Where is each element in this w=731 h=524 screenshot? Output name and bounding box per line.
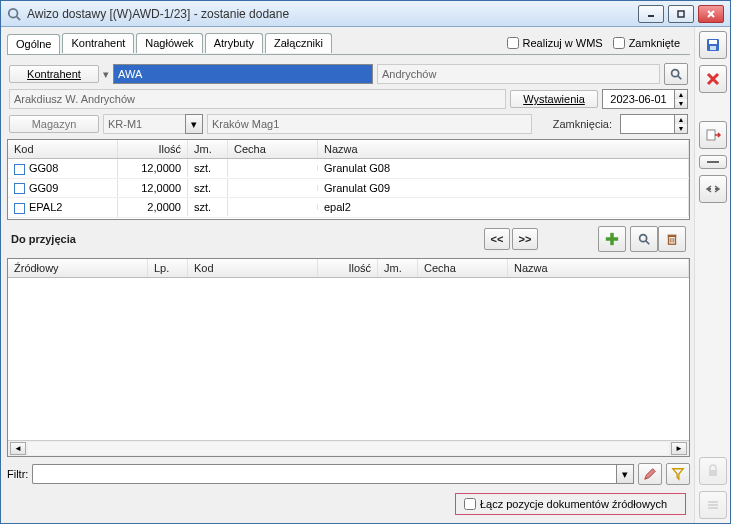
magazyn-label: Magazyn — [9, 115, 99, 133]
maximize-button[interactable] — [668, 5, 694, 23]
source-grid[interactable]: Źródłowy Lp. Kod Ilość Jm. Cecha Nazwa ◄… — [7, 258, 690, 457]
search-button[interactable] — [630, 226, 658, 252]
items-grid[interactable]: Kod Ilość Jm. Cecha Nazwa GG0812,0000szt… — [7, 139, 690, 220]
col-cecha[interactable]: Cecha — [228, 140, 318, 158]
delete-button[interactable] — [658, 226, 686, 252]
tab-naglowek[interactable]: Nagłówek — [136, 33, 202, 53]
wystawienia-button[interactable]: Wystawienia — [510, 90, 598, 108]
window-titlebar: Awizo dostawy [(W)AWD-1/23] - zostanie d… — [1, 1, 730, 27]
col-jm[interactable]: Jm. — [188, 140, 228, 158]
table-row[interactable]: GG0812,0000szt.Granulat G08 — [8, 159, 689, 179]
svg-rect-26 — [708, 504, 718, 506]
date-down[interactable]: ▼ — [675, 99, 687, 108]
kontrahent-code-input[interactable] — [113, 64, 373, 84]
merge-source-highlight: Łącz pozycje dokumentów źródłowych — [455, 493, 686, 515]
save-button[interactable] — [699, 31, 727, 59]
magazyn-name — [207, 114, 532, 134]
kontrahent-search-button[interactable] — [664, 63, 688, 85]
svg-rect-24 — [709, 470, 717, 476]
close-button[interactable] — [698, 5, 724, 23]
collapse-button[interactable] — [699, 155, 727, 169]
svg-rect-19 — [710, 46, 716, 50]
zamkniecia-up[interactable]: ▲ — [675, 115, 687, 124]
svg-point-10 — [640, 235, 647, 242]
add-button[interactable] — [598, 226, 626, 252]
svg-rect-22 — [707, 130, 715, 140]
col-cecha2[interactable]: Cecha — [418, 259, 508, 277]
svg-point-6 — [672, 70, 679, 77]
table-row[interactable]: EPAL22,0000szt.epal2 — [8, 198, 689, 218]
window-title: Awizo dostawy [(W)AWD-1/23] - zostanie d… — [27, 7, 638, 21]
svg-rect-25 — [708, 501, 718, 503]
menu-button — [699, 491, 727, 519]
zamkniecia-input[interactable] — [620, 114, 674, 134]
filter-input[interactable] — [32, 464, 616, 484]
section-title: Do przyjęcia — [11, 233, 76, 245]
next-button[interactable]: >> — [512, 228, 538, 250]
link-button[interactable] — [699, 175, 727, 203]
col-zrodlowy[interactable]: Źródłowy — [8, 259, 148, 277]
filter-label: Filtr: — [7, 468, 28, 480]
tab-atrybuty[interactable]: Atrybuty — [205, 33, 263, 53]
app-icon — [7, 7, 21, 21]
col-nazwa2[interactable]: Nazwa — [508, 259, 689, 277]
col-kod2[interactable]: Kod — [188, 259, 318, 277]
tab-ogolne[interactable]: Ogólne — [7, 34, 60, 54]
svg-rect-9 — [606, 237, 618, 241]
kontrahent-button[interactable]: Kontrahent — [9, 65, 99, 83]
horizontal-scrollbar[interactable]: ◄ ► — [8, 440, 689, 456]
col-jm2[interactable]: Jm. — [378, 259, 418, 277]
cancel-button[interactable] — [699, 65, 727, 93]
svg-line-7 — [678, 76, 682, 80]
svg-line-1 — [17, 16, 21, 20]
date-up[interactable]: ▲ — [675, 90, 687, 99]
svg-rect-18 — [709, 40, 717, 44]
svg-rect-27 — [708, 507, 718, 509]
svg-rect-13 — [668, 235, 677, 237]
prev-button[interactable]: << — [484, 228, 510, 250]
magazyn-code[interactable] — [103, 114, 185, 134]
magazyn-dropdown[interactable]: ▾ — [185, 114, 203, 134]
date-input[interactable] — [602, 89, 674, 109]
svg-rect-3 — [678, 11, 684, 17]
col-ilosc2[interactable]: Ilość — [318, 259, 378, 277]
zamkniete-check[interactable]: Zamknięte — [613, 37, 680, 49]
col-lp[interactable]: Lp. — [148, 259, 188, 277]
realizuj-wms-check[interactable]: Realizuj w WMS — [507, 37, 603, 49]
svg-line-11 — [646, 241, 650, 245]
kontrahent-city — [377, 64, 660, 84]
tab-kontrahent[interactable]: Kontrahent — [62, 33, 134, 53]
zamkniecia-down[interactable]: ▼ — [675, 124, 687, 133]
merge-source-check[interactable]: Łącz pozycje dokumentów źródłowych — [464, 498, 667, 510]
scroll-right-icon[interactable]: ► — [671, 442, 687, 455]
scroll-left-icon[interactable]: ◄ — [10, 442, 26, 455]
col-kod[interactable]: Kod — [8, 140, 118, 158]
col-nazwa[interactable]: Nazwa — [318, 140, 689, 158]
kontrahent-name — [9, 89, 506, 109]
tab-zalaczniki[interactable]: Załączniki — [265, 33, 332, 53]
filter-edit-button[interactable] — [638, 463, 662, 485]
minimize-button[interactable] — [638, 5, 664, 23]
zamkniecia-label: Zamknięcia: — [536, 118, 616, 130]
filter-dropdown[interactable]: ▾ — [616, 464, 634, 484]
filter-config-button[interactable] — [666, 463, 690, 485]
table-row[interactable]: GG0912,0000szt.Granulat G09 — [8, 179, 689, 199]
col-ilosc[interactable]: Ilość — [118, 140, 188, 158]
export-button[interactable] — [699, 121, 727, 149]
svg-point-0 — [9, 8, 18, 17]
svg-rect-23 — [707, 161, 719, 163]
lock-button — [699, 457, 727, 485]
